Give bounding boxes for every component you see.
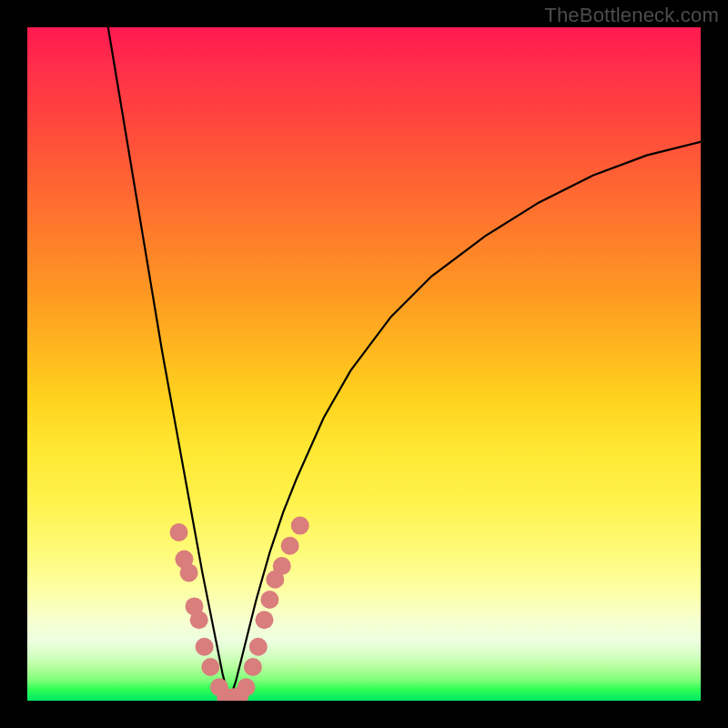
chart-frame: TheBottleneck.com	[0, 0, 728, 728]
highlight-dot	[244, 658, 262, 676]
highlight-dot	[196, 638, 214, 656]
highlight-dot	[291, 517, 309, 535]
highlight-dot	[201, 658, 219, 676]
highlight-dot	[170, 523, 188, 541]
plot-area	[27, 27, 701, 701]
highlight-dot	[281, 537, 299, 555]
highlight-dot	[249, 638, 268, 656]
bottleneck-chart	[27, 27, 701, 701]
highlight-dot	[273, 557, 291, 575]
highlight-dot	[260, 591, 278, 609]
watermark-text: TheBottleneck.com	[544, 4, 719, 27]
highlight-dot	[256, 611, 274, 629]
highlight-dot	[190, 611, 208, 629]
highlight-dots	[170, 517, 309, 701]
highlight-dot	[180, 563, 198, 581]
highlight-dot	[238, 678, 256, 696]
